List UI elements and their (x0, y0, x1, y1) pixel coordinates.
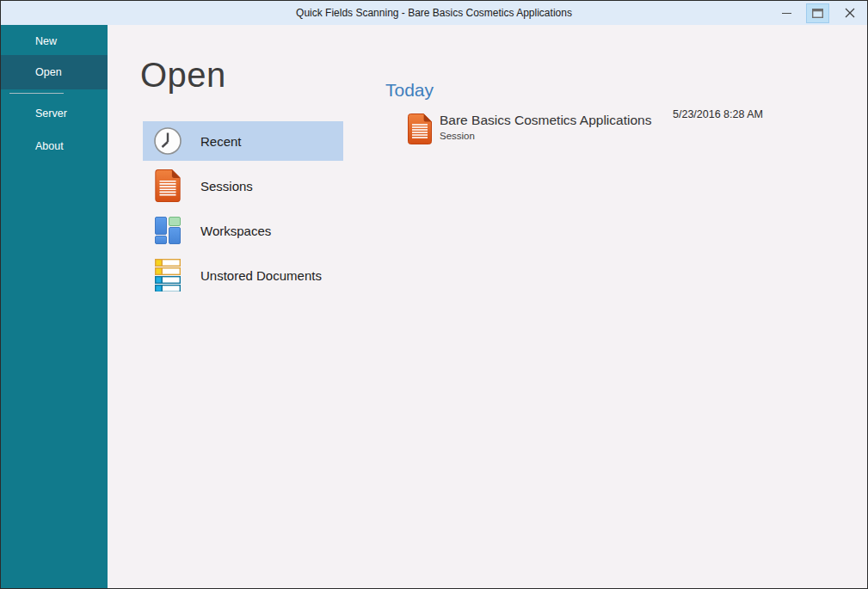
sidebar-item-new[interactable]: New (1, 29, 108, 53)
category-sessions[interactable]: Sessions (143, 166, 343, 206)
recent-item[interactable]: Bare Basics Cosmetics Applications Sessi… (385, 107, 868, 150)
sidebar-item-server[interactable]: Server (1, 101, 108, 126)
page-title: Open (140, 56, 226, 95)
sidebar-item-open[interactable]: Open (1, 55, 108, 89)
category-recent[interactable]: Recent (143, 121, 343, 161)
category-workspaces[interactable]: Workspaces (143, 211, 343, 250)
group-header-today: Today (385, 80, 868, 101)
document-list-icon (154, 258, 182, 292)
main-content: Open Recent Sessions (108, 25, 867, 588)
sidebar-item-label: Server (35, 107, 67, 120)
clock-icon (154, 124, 182, 158)
recent-panel: Today Bare Basics Cosmetics Applications… (385, 80, 868, 150)
recent-item-subtitle: Session (440, 131, 651, 141)
close-icon (845, 8, 855, 18)
window-title: Quick Fields Scanning - Bare Basics Cosm… (296, 7, 572, 19)
category-label: Sessions (200, 179, 253, 193)
maximize-button[interactable] (806, 3, 829, 23)
sidebar: New Open Server About (1, 25, 108, 588)
sidebar-item-label: New (35, 35, 57, 47)
recent-item-timestamp: 5/23/2016 8:28 AM (673, 108, 763, 120)
sidebar-item-label: Open (35, 66, 62, 78)
recent-item-text: Bare Basics Cosmetics Applications Sessi… (440, 113, 651, 141)
category-label: Unstored Documents (200, 268, 322, 283)
window-controls (771, 1, 867, 25)
minimize-icon (782, 13, 791, 14)
workspaces-grid-icon (154, 213, 182, 248)
titlebar: Quick Fields Scanning - Bare Basics Cosm… (1, 1, 867, 25)
maximize-icon (812, 9, 823, 18)
app-window: Quick Fields Scanning - Bare Basics Cosm… (0, 0, 868, 589)
category-unstored-documents[interactable]: Unstored Documents (143, 255, 343, 295)
sidebar-divider (9, 93, 64, 94)
category-list: Recent Sessions Workspaces (143, 121, 343, 300)
document-icon (154, 169, 182, 203)
sidebar-item-label: About (35, 140, 64, 152)
close-button[interactable] (833, 1, 867, 25)
document-icon (408, 114, 432, 148)
minimize-button[interactable] (771, 1, 802, 25)
category-label: Recent (200, 134, 242, 149)
sidebar-item-about[interactable]: About (1, 134, 108, 158)
recent-item-title: Bare Basics Cosmetics Applications (440, 113, 651, 128)
category-label: Workspaces (200, 224, 271, 238)
